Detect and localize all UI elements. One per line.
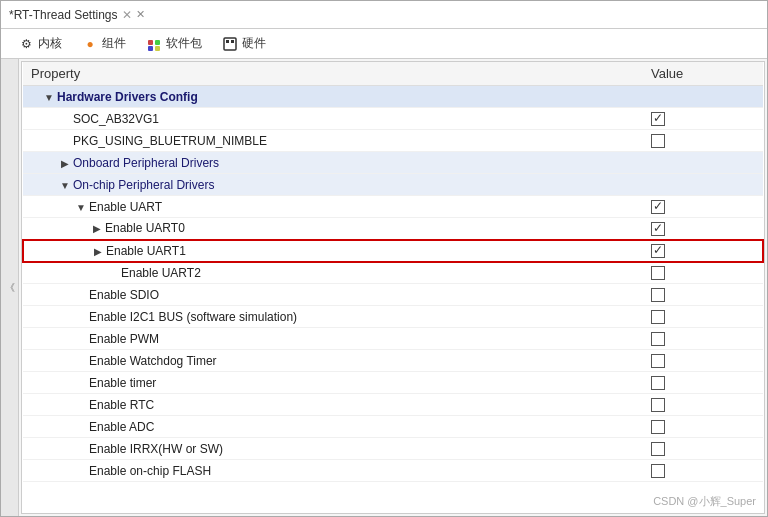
svg-rect-3 bbox=[155, 46, 160, 51]
row-label: Enable Watchdog Timer bbox=[89, 354, 217, 368]
row-label: Hardware Drivers Config bbox=[57, 90, 198, 104]
value-cell[interactable] bbox=[643, 108, 763, 130]
table-row[interactable]: ▶Enable UART0 bbox=[23, 218, 763, 240]
row-label: SOC_AB32VG1 bbox=[73, 112, 159, 126]
table-row[interactable]: ▼On-chip Peripheral Drivers bbox=[23, 174, 763, 196]
value-cell[interactable] bbox=[643, 262, 763, 284]
checkbox[interactable] bbox=[651, 266, 665, 280]
checkbox[interactable] bbox=[651, 398, 665, 412]
value-cell[interactable] bbox=[643, 306, 763, 328]
table-row[interactable]: ▶Enable UART1 bbox=[23, 240, 763, 262]
table-row[interactable]: Enable SDIO bbox=[23, 284, 763, 306]
table-row[interactable]: ▼Enable UART bbox=[23, 196, 763, 218]
title-bar: *RT-Thread Settings ✕ ✕ bbox=[1, 1, 767, 29]
close-icon[interactable]: ✕ bbox=[136, 8, 145, 21]
expand-icon[interactable]: ▼ bbox=[43, 92, 55, 104]
value-cell[interactable] bbox=[643, 328, 763, 350]
property-column-header: Property bbox=[23, 62, 643, 86]
table-row[interactable]: Enable on-chip FLASH bbox=[23, 460, 763, 482]
row-label: Enable IRRX(HW or SW) bbox=[89, 442, 223, 456]
tab-components[interactable]: ● 组件 bbox=[73, 31, 135, 56]
packages-icon bbox=[146, 36, 162, 52]
table-row[interactable]: Enable UART2 bbox=[23, 262, 763, 284]
checkbox[interactable] bbox=[651, 310, 665, 324]
table-row[interactable]: Enable timer bbox=[23, 372, 763, 394]
table-header: Property Value bbox=[23, 62, 763, 86]
row-label: Enable I2C1 BUS (software simulation) bbox=[89, 310, 297, 324]
value-cell[interactable] bbox=[643, 86, 763, 108]
tab-kernel-label: 内核 bbox=[38, 35, 62, 52]
expand-icon[interactable]: ▶ bbox=[92, 246, 104, 258]
kernel-icon: ⚙ bbox=[18, 36, 34, 52]
table-row[interactable]: PKG_USING_BLUETRUM_NIMBLE bbox=[23, 130, 763, 152]
tab-packages[interactable]: 软件包 bbox=[137, 31, 211, 56]
row-label: Onboard Peripheral Drivers bbox=[73, 156, 219, 170]
tab-hardware-label: 硬件 bbox=[242, 35, 266, 52]
watermark: CSDN @小辉_Super bbox=[653, 494, 756, 509]
value-cell[interactable] bbox=[643, 218, 763, 240]
row-label: Enable RTC bbox=[89, 398, 154, 412]
table-row[interactable]: SOC_AB32VG1 bbox=[23, 108, 763, 130]
table-row[interactable]: ▶Onboard Peripheral Drivers bbox=[23, 152, 763, 174]
table-row[interactable]: Enable I2C1 BUS (software simulation) bbox=[23, 306, 763, 328]
main-window: *RT-Thread Settings ✕ ✕ ⚙ 内核 ● 组件 软件包 硬件 bbox=[0, 0, 768, 517]
row-label: Enable UART bbox=[89, 200, 162, 214]
tab-hardware[interactable]: 硬件 bbox=[213, 31, 275, 56]
expand-icon[interactable]: ▶ bbox=[59, 158, 71, 170]
tab-kernel[interactable]: ⚙ 内核 bbox=[9, 31, 71, 56]
value-column-header: Value bbox=[643, 62, 763, 86]
checkbox[interactable] bbox=[651, 420, 665, 434]
row-label: On-chip Peripheral Drivers bbox=[73, 178, 214, 192]
checkbox[interactable] bbox=[651, 464, 665, 478]
sidebar-collapse-button[interactable]: 《 bbox=[1, 59, 19, 516]
row-label: Enable UART2 bbox=[121, 266, 201, 280]
expand-icon[interactable]: ▼ bbox=[59, 180, 71, 192]
checkbox[interactable] bbox=[651, 222, 665, 236]
row-label: Enable UART0 bbox=[105, 221, 185, 235]
value-cell[interactable] bbox=[643, 284, 763, 306]
row-label: PKG_USING_BLUETRUM_NIMBLE bbox=[73, 134, 267, 148]
checkbox[interactable] bbox=[651, 332, 665, 346]
table-row[interactable]: Enable Watchdog Timer bbox=[23, 350, 763, 372]
value-cell[interactable] bbox=[643, 152, 763, 174]
table-row[interactable]: Enable PWM bbox=[23, 328, 763, 350]
value-cell[interactable] bbox=[643, 350, 763, 372]
checkbox[interactable] bbox=[651, 200, 665, 214]
checkbox[interactable] bbox=[651, 112, 665, 126]
config-panel: Property Value ▼Hardware Drivers ConfigS… bbox=[21, 61, 765, 514]
table-row[interactable]: Enable RTC bbox=[23, 394, 763, 416]
title-separator: ✕ bbox=[122, 8, 132, 22]
row-label: Enable timer bbox=[89, 376, 156, 390]
checkbox[interactable] bbox=[651, 134, 665, 148]
svg-rect-1 bbox=[155, 40, 160, 45]
row-label: Enable ADC bbox=[89, 420, 154, 434]
checkbox[interactable] bbox=[651, 442, 665, 456]
value-cell[interactable] bbox=[643, 372, 763, 394]
toolbar: ⚙ 内核 ● 组件 软件包 硬件 bbox=[1, 29, 767, 59]
table-row[interactable]: Enable IRRX(HW or SW) bbox=[23, 438, 763, 460]
value-cell[interactable] bbox=[643, 240, 763, 262]
row-label: Enable on-chip FLASH bbox=[89, 464, 211, 478]
checkbox[interactable] bbox=[651, 244, 665, 258]
checkbox[interactable] bbox=[651, 288, 665, 302]
value-cell[interactable] bbox=[643, 416, 763, 438]
table-row[interactable]: Enable ADC bbox=[23, 416, 763, 438]
value-cell[interactable] bbox=[643, 394, 763, 416]
table-row[interactable]: ▼Hardware Drivers Config bbox=[23, 86, 763, 108]
svg-rect-4 bbox=[224, 38, 236, 50]
checkbox[interactable] bbox=[651, 354, 665, 368]
svg-rect-0 bbox=[148, 40, 153, 45]
value-cell[interactable] bbox=[643, 174, 763, 196]
property-table: Property Value ▼Hardware Drivers ConfigS… bbox=[22, 62, 764, 482]
expand-icon[interactable]: ▶ bbox=[91, 223, 103, 235]
value-cell[interactable] bbox=[643, 130, 763, 152]
checkbox[interactable] bbox=[651, 376, 665, 390]
svg-rect-6 bbox=[231, 40, 234, 43]
value-cell[interactable] bbox=[643, 460, 763, 482]
value-cell[interactable] bbox=[643, 438, 763, 460]
row-label: Enable PWM bbox=[89, 332, 159, 346]
expand-icon[interactable]: ▼ bbox=[75, 202, 87, 214]
value-cell[interactable] bbox=[643, 196, 763, 218]
svg-rect-5 bbox=[226, 40, 229, 43]
main-content: 《 Property Value ▼Hardware Drivers Confi… bbox=[1, 59, 767, 516]
